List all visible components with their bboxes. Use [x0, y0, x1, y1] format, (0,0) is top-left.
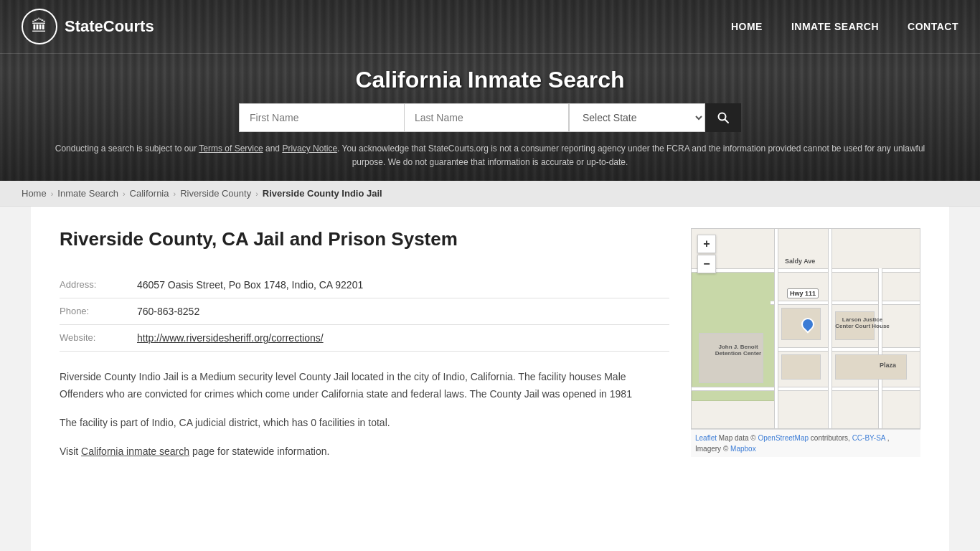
map-inner: Saldy Ave John J. BenoitDetention Center…: [692, 229, 920, 428]
privacy-link[interactable]: Privacy Notice: [282, 143, 337, 154]
site-logo[interactable]: 🏛 StateCourts: [22, 9, 154, 44]
courthouse-label: Larson JusticeCenter Court House: [834, 316, 891, 329]
hwy-label: Hwy 111: [787, 288, 819, 298]
search-form: Select State California Texas Florida Ne…: [0, 103, 980, 142]
site-name: StateCourts: [65, 17, 154, 36]
facility-heading: Riverside County, CA Jail and Prison Sys…: [60, 228, 669, 250]
nav-inmate-search[interactable]: INMATE SEARCH: [791, 21, 879, 32]
detention-center-label: John J. BenoitDetention Center: [706, 344, 771, 357]
cc-link[interactable]: CC-BY-SA: [852, 434, 885, 442]
address-label: Address:: [60, 272, 131, 298]
mapbox-link[interactable]: Mapbox: [730, 445, 756, 453]
map-attribution: Leaflet Map data © OpenStreetMap contrib…: [691, 429, 920, 457]
logo-icon: 🏛: [22, 9, 57, 44]
description-3: Visit California inmate search page for …: [60, 443, 669, 461]
website-row: Website: http://www.riversidesheriff.org…: [60, 325, 669, 352]
main-nav: HOME INMATE SEARCH CONTACT: [731, 21, 958, 32]
nav-home[interactable]: HOME: [731, 21, 763, 32]
nav-contact[interactable]: CONTACT: [908, 21, 958, 32]
plaza-label: Plaza: [880, 362, 896, 369]
phone-label: Phone:: [60, 298, 131, 325]
terms-link[interactable]: Terms of Service: [199, 143, 263, 154]
phone-row: Phone: 760-863-8252: [60, 298, 669, 325]
search-button[interactable]: [705, 103, 741, 132]
breadcrumb-inmate-search[interactable]: Inmate Search: [57, 188, 118, 199]
map-container: Saldy Ave John J. BenoitDetention Center…: [691, 228, 920, 429]
address-value: 46057 Oasis Street, Po Box 1748, Indio, …: [131, 272, 669, 298]
map-area: Saldy Ave John J. BenoitDetention Center…: [691, 228, 920, 544]
address-row: Address: 46057 Oasis Street, Po Box 1748…: [60, 272, 669, 298]
california-inmate-search-link[interactable]: California inmate search: [81, 446, 189, 457]
website-label: Website:: [60, 325, 131, 352]
phone-value: 760-863-8252: [131, 298, 669, 325]
breadcrumb-current: Riverside County Indio Jail: [263, 188, 382, 199]
last-name-input[interactable]: [404, 103, 569, 132]
leaflet-link[interactable]: Leaflet: [695, 434, 717, 442]
breadcrumb-riverside-county[interactable]: Riverside County: [180, 188, 251, 199]
breadcrumb-home[interactable]: Home: [22, 188, 47, 199]
description-2: The facility is part of Indio, CA judici…: [60, 415, 669, 432]
zoom-out-button[interactable]: −: [697, 255, 716, 273]
state-select[interactable]: Select State California Texas Florida Ne…: [569, 103, 705, 132]
disclaimer: Conducting a search is subject to our Te…: [0, 142, 980, 181]
breadcrumb: Home › Inmate Search › California › Rive…: [0, 181, 980, 207]
svg-line-1: [725, 120, 729, 123]
saldy-ave-label: Saldy Ave: [785, 258, 815, 265]
map-controls: + −: [697, 235, 716, 273]
description-1: Riverside County Indio Jail is a Medium …: [60, 369, 669, 403]
website-link[interactable]: http://www.riversidesheriff.org/correcti…: [137, 332, 324, 344]
first-name-input[interactable]: [239, 103, 404, 132]
breadcrumb-california[interactable]: California: [130, 188, 169, 199]
map-pin: [801, 318, 814, 335]
osm-link[interactable]: OpenStreetMap: [758, 434, 809, 442]
search-icon: [717, 111, 730, 124]
page-title: California Inmate Search: [14, 67, 966, 93]
info-table: Address: 46057 Oasis Street, Po Box 1748…: [60, 272, 669, 352]
zoom-in-button[interactable]: +: [697, 235, 716, 253]
